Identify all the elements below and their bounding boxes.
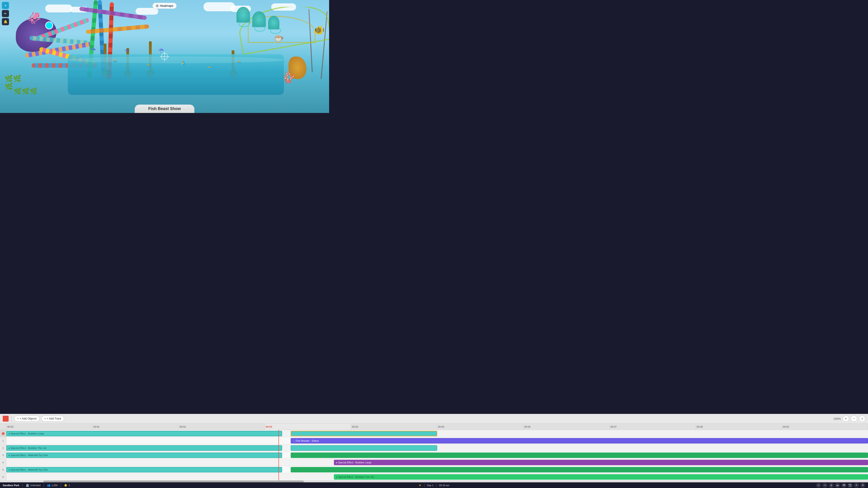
show-title-banner: Fish Beast Show bbox=[135, 105, 194, 113]
person-1: 🏊 bbox=[113, 59, 117, 62]
person-3: 🏄 bbox=[181, 61, 185, 65]
person-5: 🏊 bbox=[237, 60, 241, 64]
center-crosshair bbox=[161, 53, 168, 60]
heatmaps-dot bbox=[156, 4, 158, 7]
umbrella-2: ☂️ bbox=[124, 48, 129, 54]
game-viewport: 🐠 🐡 🪸 🌿🌿🌿 🌿🌿🌿 🦑 bbox=[0, 0, 329, 113]
menu-icon-btn[interactable]: ≡ bbox=[2, 2, 9, 9]
beast-detail: 🦑 bbox=[27, 11, 41, 24]
person-2: 🏊 bbox=[147, 63, 151, 67]
top-left-ui-panel: ≡ ✏ 🔔 bbox=[2, 2, 9, 25]
umbrella-1: ☂️ bbox=[90, 47, 96, 53]
water-pool: 🏊 🏊 🏄 🏊 🏊 ☂️ ☂️ ☂️ bbox=[68, 54, 284, 95]
beast-eye bbox=[45, 22, 53, 29]
plants-left: 🌿🌿🌿 bbox=[13, 88, 37, 95]
jellyfish-2 bbox=[237, 7, 250, 23]
show-title-text: Fish Beast Show bbox=[148, 106, 181, 111]
brush-icon-btn[interactable]: ✏ bbox=[2, 10, 9, 17]
fish-decoration-2: 🐡 bbox=[274, 34, 284, 43]
notification-icon-btn[interactable]: 🔔 bbox=[2, 18, 9, 25]
person-4: 🏊 bbox=[208, 66, 212, 69]
jellyfish-3 bbox=[268, 16, 279, 29]
heatmaps-button[interactable]: Heatmaps bbox=[152, 3, 177, 9]
umbrella-3: ☂️ bbox=[158, 48, 164, 53]
heatmaps-label: Heatmaps bbox=[160, 4, 173, 7]
fish-decoration: 🐠 bbox=[313, 25, 324, 35]
jellyfish-1 bbox=[252, 11, 266, 27]
